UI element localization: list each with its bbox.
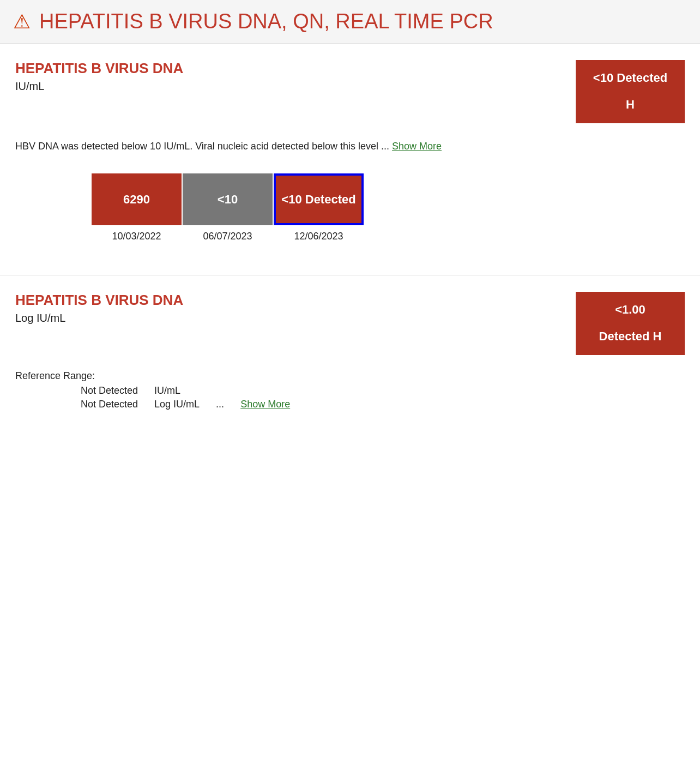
chart-label-0: 10/03/2022 (92, 231, 182, 242)
ref-range-section: Reference Range: Not Detected IU/mL Not … (15, 370, 685, 410)
badge-value-1: <10 Detected (588, 70, 673, 87)
chart-bar-1[interactable]: <10 (183, 173, 273, 225)
ref-range-ellipsis: ... (216, 399, 224, 410)
section-1: HEPATITIS B VIRUS DNA IU/mL <10 Detected… (0, 44, 700, 264)
badge-label-2: Detected H (588, 328, 673, 345)
ref-range-value-0: Not Detected (81, 385, 138, 396)
ref-range-title: Reference Range: (15, 370, 685, 382)
result-unit-1: IU/mL (15, 80, 576, 93)
chart-bar-0[interactable]: 6290 (92, 173, 182, 225)
ref-range-value-1: Not Detected (81, 399, 138, 410)
warning-icon: ⚠ (13, 10, 31, 33)
result-left-1: HEPATITIS B VIRUS DNA IU/mL (15, 60, 576, 98)
chart-bars-1: 6290 <10 <10 Detected (92, 173, 365, 225)
result-left-2: HEPATITIS B VIRUS DNA Log IU/mL (15, 292, 576, 330)
note-content-1: HBV DNA was detected below 10 IU/mL. Vir… (15, 141, 389, 152)
chart-area-1: 6290 <10 <10 Detected 10/03/2022 06/07/2… (92, 173, 685, 242)
section-2: HEPATITIS B VIRUS DNA Log IU/mL <1.00 De… (0, 275, 700, 423)
chart-labels-1: 10/03/2022 06/07/2023 12/06/2023 (92, 231, 365, 242)
ref-range-unit-0: IU/mL (154, 385, 180, 396)
ref-range-unit-1: Log IU/mL (154, 399, 200, 410)
page-title: HEPATITIS B VIRUS DNA, QN, REAL TIME PCR (39, 10, 493, 33)
result-row-1: HEPATITIS B VIRUS DNA IU/mL <10 Detected… (15, 60, 685, 123)
badge-value-2: <1.00 (588, 302, 673, 319)
show-more-1[interactable]: Show More (392, 141, 442, 152)
note-text-1: HBV DNA was detected below 10 IU/mL. Vir… (15, 139, 685, 154)
result-row-2: HEPATITIS B VIRUS DNA Log IU/mL <1.00 De… (15, 292, 685, 355)
result-badge-2: <1.00 Detected H (576, 292, 685, 355)
result-title-2: HEPATITIS B VIRUS DNA (15, 292, 576, 309)
result-badge-1: <10 Detected H (576, 60, 685, 123)
result-title-1: HEPATITIS B VIRUS DNA (15, 60, 576, 77)
chart-label-2: 12/06/2023 (274, 231, 364, 242)
chart-bar-2[interactable]: <10 Detected (274, 173, 364, 225)
ref-range-row-1: Not Detected Log IU/mL ... Show More (81, 399, 685, 410)
badge-label-1: H (588, 97, 673, 113)
ref-range-row-0: Not Detected IU/mL (81, 385, 685, 396)
page-header: ⚠ HEPATITIS B VIRUS DNA, QN, REAL TIME P… (0, 0, 700, 44)
chart-label-1: 06/07/2023 (183, 231, 273, 242)
result-unit-2: Log IU/mL (15, 312, 576, 325)
show-more-2[interactable]: Show More (240, 399, 290, 410)
